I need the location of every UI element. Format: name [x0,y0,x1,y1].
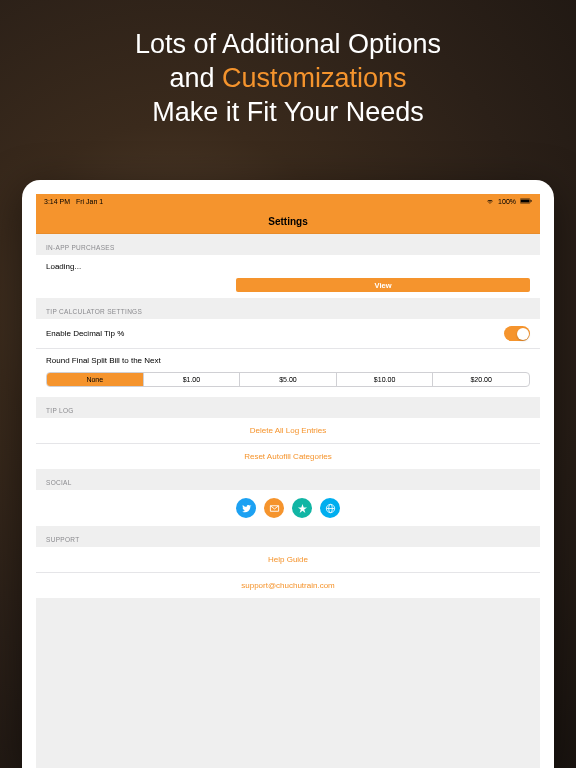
battery-percent: 100% [498,198,516,205]
social-row [36,490,540,526]
support-email-label: support@chuchutrain.com [241,581,335,590]
ipad-frame: 3:14 PM Fri Jan 1 100% Setting [22,180,554,768]
page-title: Settings [268,216,307,227]
section-header-support: SUPPORT [36,526,540,547]
reset-categories-button[interactable]: Reset Autofill Categories [36,444,540,469]
help-guide-button[interactable]: Help Guide [36,547,540,573]
headline-line3: Make it Fit Your Needs [152,97,424,127]
section-header-iap: IN-APP PURCHASES [36,234,540,255]
battery-icon [520,198,532,205]
status-left: 3:14 PM Fri Jan 1 [44,198,103,205]
enable-decimal-label: Enable Decimal Tip % [46,329,124,338]
iap-loading-text: Loading... [46,262,81,271]
twitter-icon[interactable] [236,498,256,518]
delete-all-log-label: Delete All Log Entries [250,426,327,435]
status-date: Fri Jan 1 [76,198,103,205]
seg-20[interactable]: $20.00 [433,373,529,386]
round-label: Round Final Split Bill to the Next [46,356,161,365]
marketing-headline: Lots of Additional Options and Customiza… [0,0,576,129]
reset-categories-label: Reset Autofill Categories [244,452,332,461]
svg-rect-1 [521,199,530,202]
app-store-screenshot: Lots of Additional Options and Customiza… [0,0,576,768]
round-block: Round Final Split Bill to the Next None … [36,349,540,397]
mail-icon[interactable] [264,498,284,518]
iap-loading-row: Loading... [36,255,540,278]
seg-1[interactable]: $1.00 [144,373,241,386]
iap-view-row: View [36,278,540,298]
help-guide-label: Help Guide [268,555,308,564]
delete-all-log-button[interactable]: Delete All Log Entries [36,418,540,444]
headline-line2a: and [169,63,222,93]
ipad-bezel: 3:14 PM Fri Jan 1 100% Setting [22,180,554,768]
support-email-button[interactable]: support@chuchutrain.com [36,573,540,598]
section-header-social: SOCIAL [36,469,540,490]
view-button-label: View [375,281,392,290]
status-time: 3:14 PM [44,198,70,205]
ipad-screen: 3:14 PM Fri Jan 1 100% Setting [36,194,540,768]
seg-10[interactable]: $10.00 [337,373,434,386]
enable-decimal-toggle[interactable] [504,326,530,341]
wifi-icon [486,197,494,206]
view-button[interactable]: View [236,278,530,292]
status-right: 100% [486,197,532,206]
star-icon[interactable] [292,498,312,518]
round-segmented-control[interactable]: None $1.00 $5.00 $10.00 $20.00 [46,372,530,387]
svg-rect-2 [531,200,532,202]
iap-block: Loading... View [36,255,540,298]
round-label-row: Round Final Split Bill to the Next [36,349,540,367]
section-header-calc: TIP CALCULATOR SETTINGS [36,298,540,319]
enable-decimal-row: Enable Decimal Tip % [36,319,540,349]
status-bar: 3:14 PM Fri Jan 1 100% [36,194,540,209]
section-header-tiplog: TIP LOG [36,397,540,418]
seg-5[interactable]: $5.00 [240,373,337,386]
headline-accent: Customizations [222,63,407,93]
headline-line1: Lots of Additional Options [135,29,441,59]
seg-none[interactable]: None [47,373,144,386]
nav-bar: Settings [36,209,540,234]
globe-icon[interactable] [320,498,340,518]
